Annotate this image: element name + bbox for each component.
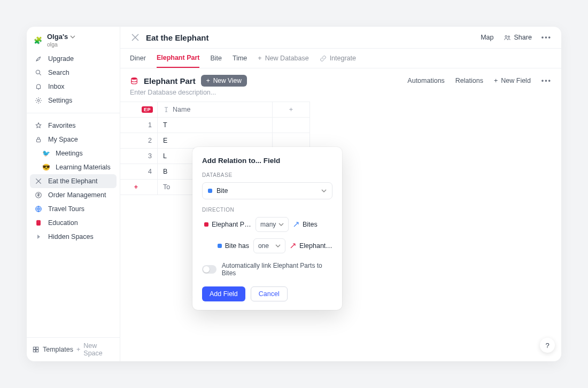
- chevron-down-icon: [278, 222, 284, 227]
- table-row[interactable]: 1 T: [120, 118, 310, 133]
- templates-icon: [32, 346, 40, 353]
- add-relation-popover: Add Relation to... Field DATABASE Bite D…: [192, 147, 342, 310]
- direction-row-1: Elephant Part ... many Bites: [202, 217, 332, 232]
- chevron-down-icon: [275, 243, 281, 249]
- plus-icon: +: [76, 346, 80, 353]
- share-icon: [504, 34, 511, 41]
- sidebar-label: Education: [48, 219, 78, 227]
- relations-button[interactable]: Relations: [455, 77, 483, 84]
- row-index: 2: [120, 133, 158, 148]
- link-icon: [320, 55, 327, 62]
- svg-rect-10: [33, 350, 35, 352]
- integrate-button[interactable]: Integrate: [320, 55, 356, 62]
- sidebar-item-settings[interactable]: Settings: [30, 94, 117, 107]
- new-database-button[interactable]: + New Database: [258, 55, 308, 62]
- gear-icon: [34, 96, 43, 105]
- cardinality-select-1[interactable]: many: [256, 217, 289, 232]
- plus-icon: +: [206, 77, 210, 84]
- add-field-button[interactable]: Add Field: [202, 286, 245, 301]
- main-area: Eat the Elephant Map Share ••• Diner Ele…: [120, 27, 561, 361]
- sidebar-item-travel[interactable]: Travel Tours: [30, 202, 117, 216]
- sidebar-label: Meetings: [56, 150, 83, 157]
- database-icon: [130, 76, 138, 85]
- more-button[interactable]: •••: [541, 34, 552, 41]
- tab-elephant-part[interactable]: Elephant Part: [157, 49, 200, 68]
- cardinality-value: many: [260, 221, 276, 228]
- sidebar-item-education[interactable]: Education: [30, 216, 117, 230]
- cell-name[interactable]: T: [158, 118, 273, 133]
- new-view-button[interactable]: + New View: [201, 75, 247, 87]
- triangle-right-icon: [34, 232, 43, 241]
- sidebar-item-meetings[interactable]: 🐦 Meetings: [30, 146, 117, 160]
- sidebar-item-inbox[interactable]: Inbox: [30, 80, 117, 94]
- new-field-label: New Field: [501, 77, 531, 84]
- help-button[interactable]: ?: [540, 338, 555, 353]
- svg-rect-8: [33, 347, 35, 349]
- cancel-button[interactable]: Cancel: [251, 286, 288, 301]
- svg-point-1: [37, 99, 40, 102]
- database-description[interactable]: Enter Database description...: [120, 88, 561, 102]
- name-header-label: Name: [173, 106, 190, 113]
- sidebar-item-myspace[interactable]: My Space: [30, 133, 117, 146]
- add-column-button[interactable]: +: [273, 102, 310, 117]
- new-space-button[interactable]: + New Space: [76, 342, 114, 357]
- lock-icon: [34, 135, 43, 144]
- sidebar-item-ordermgmt[interactable]: Order Management: [30, 188, 117, 202]
- source-color-dot: [218, 244, 222, 248]
- svg-rect-11: [36, 350, 38, 352]
- tab-bite[interactable]: Bite: [210, 49, 222, 68]
- rocket-icon: [34, 55, 43, 63]
- row-index: 1: [120, 118, 158, 133]
- emoji-icon: 😎: [42, 163, 50, 172]
- direction-source-label: Elephant Part ...: [212, 221, 251, 228]
- tab-time[interactable]: Time: [233, 49, 247, 68]
- plus-icon: +: [494, 77, 498, 84]
- row-index: 3: [120, 149, 158, 164]
- sidebar-item-upgrade[interactable]: Upgrade: [30, 52, 117, 66]
- app-shell: 🧩 Olga's olga Upgrade: [27, 27, 561, 361]
- workspace-logo: 🧩: [33, 36, 43, 45]
- templates-button[interactable]: Templates: [32, 346, 73, 353]
- new-view-label: New View: [213, 77, 242, 84]
- new-field-button[interactable]: + New Field: [494, 77, 531, 84]
- share-button[interactable]: Share: [504, 34, 532, 41]
- svg-point-14: [131, 77, 137, 80]
- workspace-switcher[interactable]: 🧩 Olga's olga: [27, 27, 120, 49]
- database-select-value: Bite: [216, 187, 228, 195]
- autolink-toggle[interactable]: [202, 265, 216, 274]
- cardinality-select-2[interactable]: one: [253, 238, 285, 253]
- table-row[interactable]: 2 E: [120, 133, 310, 149]
- sidebar-item-favorites[interactable]: Favorites: [30, 119, 117, 133]
- svg-rect-2: [37, 139, 41, 142]
- tab-diner[interactable]: Diner: [130, 49, 146, 68]
- share-label: Share: [514, 34, 532, 41]
- arrow-icon: [290, 243, 296, 249]
- integrate-label: Integrate: [330, 55, 356, 62]
- templates-label: Templates: [43, 346, 73, 353]
- crossed-tools-icon: [130, 32, 141, 43]
- database-more-button[interactable]: •••: [541, 77, 552, 84]
- cell-name[interactable]: E: [158, 133, 273, 148]
- plus-icon: +: [258, 55, 261, 62]
- bell-icon: [34, 82, 43, 91]
- sidebar: 🧩 Olga's olga Upgrade: [27, 27, 120, 361]
- globe-icon: [34, 205, 43, 213]
- direction-row-2: Bite has one Elephant P...: [202, 238, 332, 253]
- tab-bar: Diner Elephant Part Bite Time + New Data…: [120, 48, 561, 68]
- sidebar-item-elephant[interactable]: Eat the Elephant: [30, 174, 117, 188]
- sidebar-item-search[interactable]: Search: [30, 66, 117, 80]
- page-title: Eat the Elephant: [146, 33, 209, 42]
- direction-target-label: Bites: [303, 221, 318, 228]
- sidebar-item-hidden[interactable]: Hidden Spaces: [30, 230, 117, 244]
- database-color-dot: [208, 189, 212, 193]
- sidebar-item-learning[interactable]: 😎 Learning Materials: [30, 160, 117, 174]
- section-label-database: DATABASE: [202, 172, 332, 178]
- map-button[interactable]: Map: [481, 34, 493, 41]
- name-column-header[interactable]: Name: [158, 102, 273, 117]
- automations-button[interactable]: Automations: [407, 77, 444, 84]
- database-select[interactable]: Bite: [202, 182, 332, 199]
- svg-rect-9: [36, 347, 38, 349]
- sidebar-label: Search: [48, 69, 69, 76]
- popover-title: Add Relation to... Field: [202, 157, 332, 165]
- dollar-icon: [34, 191, 43, 199]
